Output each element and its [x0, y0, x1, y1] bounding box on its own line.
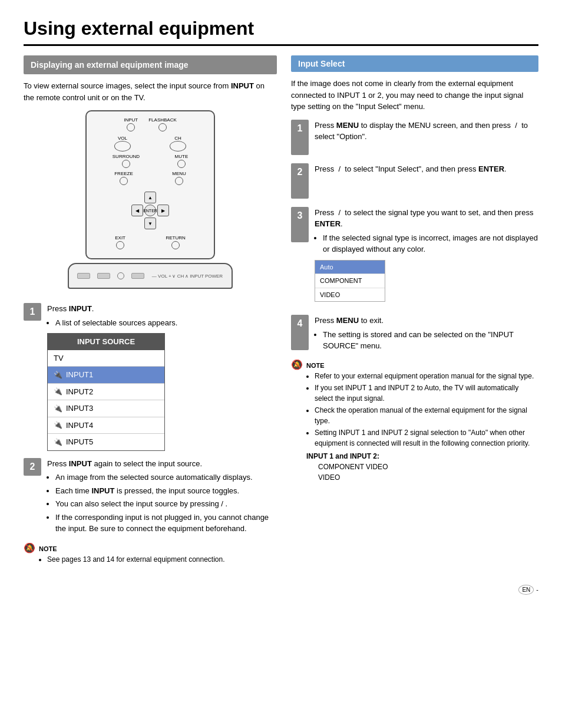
right-step-3-num: 3: [291, 207, 309, 242]
remote-surround-mute-row: SURROUND MUTE: [95, 154, 206, 169]
right-step-1-num: 1: [291, 120, 309, 155]
menu-item-input1-label: INPUT1: [66, 369, 93, 381]
priority-header: INPUT 1 and INPUT 2:: [306, 452, 379, 460]
right-note-bullet-4: Setting INPUT 1 and INPUT 2 signal selec…: [315, 427, 538, 449]
right-step-4-num: 4: [291, 315, 309, 350]
step-2-bullet-2: Each time INPUT is pressed, the input so…: [55, 485, 277, 497]
step-2-bullet-1: An image from the selected source automa…: [55, 472, 277, 483]
right-step-2-num: 2: [291, 163, 309, 199]
right-note-bullet-2: If you set INPUT 1 and INPUT 2 to Auto, …: [315, 383, 538, 404]
remote-dpad: ▲ ◀ ENTER ▶ ▼: [95, 189, 206, 232]
page-footer-dash: -: [536, 586, 538, 593]
step-2-content: Press INPUT again to select the input so…: [47, 458, 277, 536]
tv-ch-label: ∨ CH ∧: [172, 274, 189, 279]
right-step-2-content: Press / to select "Input Select", and th…: [315, 163, 538, 175]
left-section-header: Displaying an external equipment image: [24, 55, 277, 74]
menu-item-input2: 🔌 INPUT2: [48, 384, 164, 401]
right-column: Input Select If the image does not come …: [291, 55, 538, 490]
en-badge: EN: [518, 585, 534, 595]
menu-item-input5-label: INPUT5: [66, 436, 93, 448]
right-note-text: NOTE Refer to your external equipment op…: [306, 360, 538, 483]
menu-item-input4: 🔌 INPUT4: [48, 417, 164, 434]
page-footer: EN -: [24, 585, 538, 595]
step-1-content: Press INPUT. A list of selectable source…: [47, 303, 277, 451]
left-note-bullet-1: See pages 13 and 14 for external equipme…: [47, 554, 225, 565]
right-step-1-content: Press MENU to display the MENU screen, a…: [315, 120, 538, 143]
remote-vol-ch-row: VOL CH: [95, 136, 206, 151]
step-1-main: Press INPUT.: [47, 303, 277, 315]
right-step-3-bullet: If the selected signal type is incorrect…: [323, 232, 538, 255]
left-step-2: 2 Press INPUT again to select the input …: [24, 458, 277, 536]
left-note: 🔕 NOTE See pages 13 and 14 for external …: [24, 543, 277, 566]
priority-item-1: COMPONENT VIDEO: [318, 463, 388, 471]
remote-illustration: INPUT FLASHBACK VOL CH: [24, 110, 277, 297]
menu-item-input3-label: INPUT3: [66, 403, 93, 414]
plug-icon-input4: 🔌: [54, 420, 62, 430]
note-icon-left: 🔕: [24, 542, 35, 554]
plug-icon-input5: 🔌: [54, 437, 62, 447]
page-title: Using external equipment: [24, 18, 538, 46]
tv-vol-label: — VOL +: [152, 274, 171, 279]
menu-item-input5: 🔌 INPUT5: [48, 434, 164, 450]
remote-top-labels: INPUT FLASHBACK: [95, 117, 206, 132]
right-step-3: 3 Press / to select the signal type you …: [291, 207, 538, 307]
right-section-header: Input Select: [291, 55, 538, 72]
right-note-bullet-1: Refer to your external equipment operati…: [315, 371, 538, 381]
menu-item-input1: 🔌 INPUT1: [48, 367, 164, 384]
input-source-menu: INPUT SOURCE TV 🔌 INPUT1 🔌 INPUT2 🔌: [47, 333, 165, 451]
step-1-bullet-1: A list of selectable sources appears.: [55, 317, 277, 329]
note-icon-right: 🔕: [291, 359, 303, 370]
plug-icon-input1: 🔌: [54, 370, 62, 380]
menu-header: INPUT SOURCE: [48, 334, 164, 350]
step-2-bullet-4: If the corresponding input is not plugge…: [55, 512, 277, 535]
menu-item-input3: 🔌 INPUT3: [48, 400, 164, 417]
plug-icon-input2: 🔌: [54, 386, 62, 397]
step-2-main: Press INPUT again to select the input so…: [47, 458, 277, 470]
tv-front-panel: — VOL + ∨ CH ∧ INPUT POWER: [68, 263, 233, 289]
menu-item-input4-label: INPUT4: [66, 420, 93, 431]
right-step-4-bullet: The setting is stored and can be selecte…: [323, 329, 538, 352]
step-2-bullet-3: You can also select the input source by …: [55, 498, 277, 510]
left-note-text: NOTE See pages 13 and 14 for external eq…: [39, 543, 225, 566]
priority-section: INPUT 1 and INPUT 2: COMPONENT VIDEO VID…: [306, 451, 538, 483]
right-note: 🔕 NOTE Refer to your external equipment …: [291, 360, 538, 483]
right-step-1: 1 Press MENU to display the MENU screen,…: [291, 120, 538, 155]
remote-control: INPUT FLASHBACK VOL CH: [85, 110, 215, 259]
right-intro-text: If the image does not come in clearly fr…: [291, 78, 538, 113]
plug-icon-input3: 🔌: [54, 403, 62, 414]
priority-item-2: VIDEO: [318, 473, 340, 482]
signal-type-component: COMPONENT: [315, 274, 385, 288]
right-step-4: 4 Press MENU to exit. The setting is sto…: [291, 315, 538, 352]
left-intro-text: To view external source images, select t…: [24, 80, 277, 103]
menu-item-input2-label: INPUT2: [66, 386, 93, 398]
tv-power-label: POWER: [205, 274, 223, 279]
menu-item-tv-label: TV: [54, 353, 64, 364]
signal-type-video: VIDEO: [315, 288, 385, 302]
tv-input-label: INPUT: [190, 274, 204, 279]
remote-exit-return-row: EXIT RETURN: [95, 235, 206, 250]
menu-item-tv: TV: [48, 350, 164, 367]
remote-freeze-menu-row: FREEZE MENU: [95, 171, 206, 186]
left-step-1: 1 Press INPUT. A list of selectable sour…: [24, 303, 277, 451]
step-1-num: 1: [24, 303, 41, 321]
step-2-num: 2: [24, 458, 41, 476]
right-step-4-content: Press MENU to exit. The setting is store…: [315, 315, 538, 352]
right-note-bullet-3: Check the operation manual of the extern…: [315, 405, 538, 426]
right-step-2: 2 Press / to select "Input Select", and …: [291, 163, 538, 199]
left-column: Displaying an external equipment image T…: [24, 55, 277, 573]
signal-type-auto: Auto: [315, 261, 385, 275]
right-step-3-content: Press / to select the signal type you wa…: [315, 207, 538, 307]
signal-type-menu: Auto COMPONENT VIDEO: [315, 260, 385, 302]
